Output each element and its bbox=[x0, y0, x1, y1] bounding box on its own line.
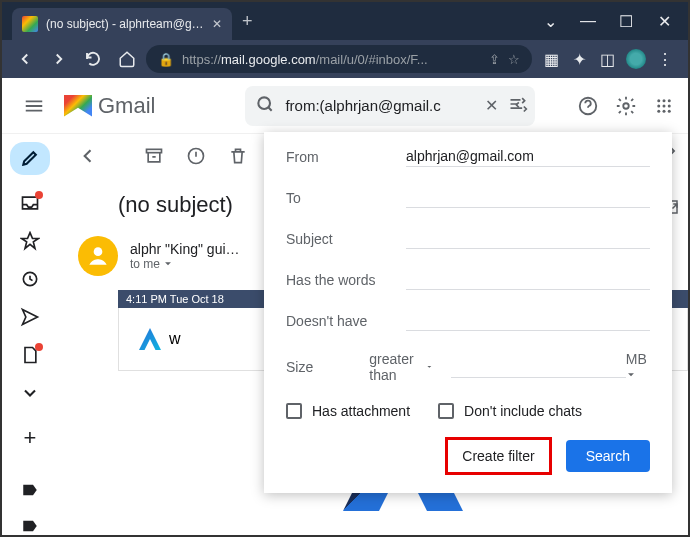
filter-subject-label: Subject bbox=[286, 231, 406, 247]
svg-point-7 bbox=[663, 104, 666, 107]
header-right bbox=[576, 94, 676, 118]
back-icon[interactable] bbox=[10, 44, 40, 74]
search-box[interactable]: ✕ bbox=[245, 86, 535, 126]
forward-icon[interactable] bbox=[44, 44, 74, 74]
filter-to-input[interactable] bbox=[406, 187, 650, 208]
gmail-logo[interactable]: Gmail bbox=[64, 93, 155, 119]
sender-name: alphr "King" gui… bbox=[130, 241, 240, 257]
alphr-logo-icon bbox=[139, 328, 161, 350]
reload-icon[interactable] bbox=[78, 44, 108, 74]
window-controls: ⌄ — ☐ ✕ bbox=[542, 12, 688, 31]
checkbox-icon bbox=[438, 403, 454, 419]
search-icon[interactable] bbox=[255, 94, 275, 118]
svg-point-11 bbox=[668, 109, 671, 112]
sent-icon[interactable] bbox=[19, 307, 41, 327]
gmail-header: Gmail ✕ bbox=[2, 78, 688, 134]
settings-gear-icon[interactable] bbox=[614, 94, 638, 118]
home-icon[interactable] bbox=[112, 44, 142, 74]
svg-point-10 bbox=[663, 109, 666, 112]
browser-titlebar: (no subject) - alphrteam@gmail.… ✕ + ⌄ —… bbox=[2, 2, 688, 40]
svg-point-5 bbox=[668, 99, 671, 102]
starred-icon[interactable] bbox=[19, 231, 41, 251]
search-options-icon[interactable] bbox=[508, 94, 528, 118]
expand-recipients-icon[interactable] bbox=[163, 259, 173, 269]
filter-size-label: Size bbox=[286, 359, 369, 375]
compose-button[interactable] bbox=[10, 142, 50, 175]
left-rail: + bbox=[2, 134, 58, 535]
close-window-icon[interactable]: ✕ bbox=[656, 12, 672, 31]
extensions-puzzle-icon[interactable]: ✦ bbox=[570, 50, 588, 68]
filter-doesnthave-input[interactable] bbox=[406, 310, 650, 331]
side-panel-icon[interactable]: ◫ bbox=[598, 50, 616, 68]
help-icon[interactable] bbox=[576, 94, 600, 118]
label-icon-2[interactable] bbox=[19, 517, 41, 535]
svg-rect-13 bbox=[147, 149, 162, 152]
filter-size-unit[interactable]: MB bbox=[626, 351, 650, 383]
search-filter-panel: From To Subject Has the words Doesn't ha… bbox=[264, 132, 672, 493]
svg-point-3 bbox=[657, 99, 660, 102]
sender-avatar[interactable] bbox=[78, 236, 118, 276]
filter-from-input[interactable] bbox=[406, 146, 650, 167]
create-filter-button[interactable]: Create filter bbox=[445, 437, 551, 475]
report-spam-icon[interactable] bbox=[186, 146, 206, 170]
profile-avatar-icon[interactable] bbox=[626, 49, 646, 69]
dont-include-chats-checkbox[interactable]: Don't include chats bbox=[438, 403, 582, 419]
minimize-icon[interactable]: — bbox=[580, 12, 596, 31]
address-bar[interactable]: 🔒 https://mail.google.com/mail/u/0/#inbo… bbox=[146, 45, 532, 73]
chevron-down-icon[interactable]: ⌄ bbox=[542, 12, 558, 31]
gmail-favicon bbox=[22, 16, 38, 32]
star-icon[interactable]: ☆ bbox=[508, 52, 520, 67]
filter-doesnthave-label: Doesn't have bbox=[286, 313, 406, 329]
filter-haswords-input[interactable] bbox=[406, 269, 650, 290]
archive-icon[interactable] bbox=[144, 146, 164, 170]
gmail-m-icon bbox=[64, 95, 92, 117]
svg-point-8 bbox=[668, 104, 671, 107]
filter-haswords-label: Has the words bbox=[286, 272, 406, 288]
browser-toolbar: 🔒 https://mail.google.com/mail/u/0/#inbo… bbox=[2, 40, 688, 78]
filter-size-input[interactable] bbox=[451, 357, 626, 378]
svg-point-16 bbox=[94, 247, 103, 256]
lock-icon: 🔒 bbox=[158, 52, 174, 67]
checkbox-icon bbox=[286, 403, 302, 419]
new-tab-button[interactable]: + bbox=[242, 11, 253, 32]
delete-icon[interactable] bbox=[228, 146, 248, 170]
svg-point-0 bbox=[259, 97, 271, 109]
svg-point-9 bbox=[657, 109, 660, 112]
filter-to-label: To bbox=[286, 190, 406, 206]
gmail-wordmark: Gmail bbox=[98, 93, 155, 119]
search-input[interactable] bbox=[285, 97, 475, 114]
url-text: https://mail.google.com/mail/u/0/#inbox/… bbox=[182, 52, 481, 67]
has-attachment-checkbox[interactable]: Has attachment bbox=[286, 403, 410, 419]
dropdown-arrow-icon bbox=[426, 362, 433, 372]
dropdown-arrow-icon bbox=[626, 370, 636, 380]
card-text: w bbox=[169, 330, 181, 348]
filter-subject-input[interactable] bbox=[406, 228, 650, 249]
drafts-icon[interactable] bbox=[19, 345, 41, 365]
menu-icon[interactable] bbox=[14, 86, 54, 126]
filter-from-label: From bbox=[286, 149, 406, 165]
add-label-icon[interactable]: + bbox=[19, 427, 41, 449]
more-nav-icon[interactable] bbox=[19, 383, 41, 403]
search-button[interactable]: Search bbox=[566, 440, 650, 472]
apps-grid-icon[interactable] bbox=[652, 94, 676, 118]
clear-search-icon[interactable]: ✕ bbox=[485, 96, 498, 115]
recipient-line[interactable]: to me bbox=[130, 257, 240, 271]
inbox-icon[interactable] bbox=[19, 193, 41, 213]
extension-icon[interactable]: ▦ bbox=[542, 50, 560, 68]
back-to-inbox-icon[interactable] bbox=[78, 146, 98, 170]
close-tab-icon[interactable]: ✕ bbox=[212, 17, 222, 31]
svg-point-6 bbox=[657, 104, 660, 107]
tab-title: (no subject) - alphrteam@gmail.… bbox=[46, 17, 204, 31]
maximize-icon[interactable]: ☐ bbox=[618, 12, 634, 31]
browser-tab[interactable]: (no subject) - alphrteam@gmail.… ✕ bbox=[12, 8, 232, 40]
share-icon[interactable]: ⇪ bbox=[489, 52, 500, 67]
svg-point-2 bbox=[623, 103, 629, 109]
more-icon[interactable]: ⋮ bbox=[656, 50, 674, 68]
extension-icons: ▦ ✦ ◫ ⋮ bbox=[536, 49, 680, 69]
snoozed-icon[interactable] bbox=[19, 269, 41, 289]
label-icon[interactable] bbox=[19, 481, 41, 499]
filter-size-operator[interactable]: greater than bbox=[369, 351, 433, 383]
svg-point-4 bbox=[663, 99, 666, 102]
